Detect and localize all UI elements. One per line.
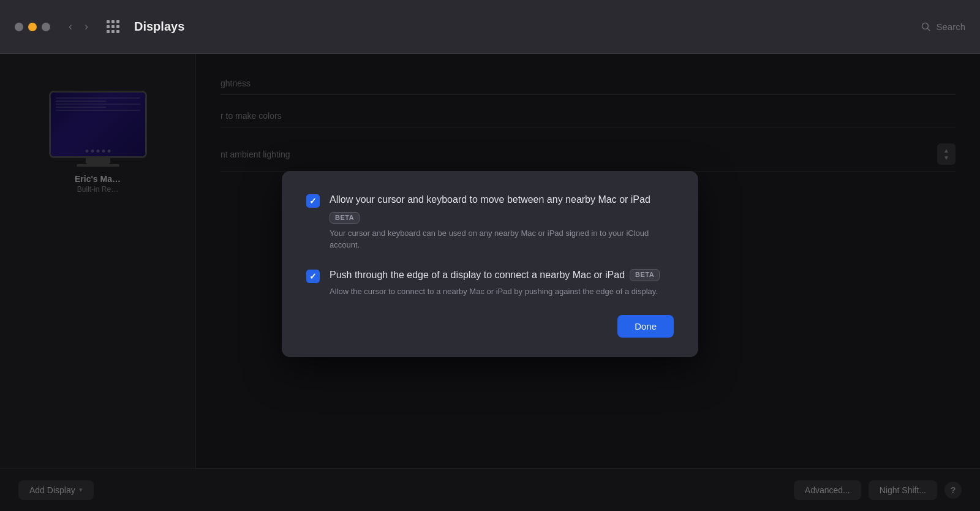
app-grid-icon[interactable] xyxy=(107,20,119,33)
forward-arrow[interactable]: › xyxy=(81,19,92,34)
back-arrow[interactable]: ‹ xyxy=(65,19,76,34)
checkbox-1[interactable]: ✓ xyxy=(306,194,320,208)
search-icon xyxy=(921,22,931,32)
modal-dialog: ✓ Allow your cursor and keyboard to move… xyxy=(282,171,698,357)
checkbox-checked-2[interactable]: ✓ xyxy=(306,270,320,283)
checkbox-2[interactable]: ✓ xyxy=(306,270,320,283)
close-button[interactable] xyxy=(15,23,23,31)
page-title: Displays xyxy=(134,20,184,34)
done-button[interactable]: Done xyxy=(617,315,674,338)
modal-overlay: ✓ Allow your cursor and keyboard to move… xyxy=(0,54,980,511)
titlebar: ‹ › Displays Search xyxy=(0,0,980,54)
modal-item-2-desc: Allow the cursor to connect to a nearby … xyxy=(330,286,674,298)
traffic-lights xyxy=(15,23,50,31)
modal-item-2-title: Push through the edge of a display to co… xyxy=(330,268,674,282)
main-content: Eric's Ma… Built-in Re… ghtness r to mak… xyxy=(0,54,980,511)
modal-item-2: ✓ Push through the edge of a display to … xyxy=(306,268,674,298)
modal-item-1-title: Allow your cursor and keyboard to move b… xyxy=(330,193,674,224)
modal-item-1: ✓ Allow your cursor and keyboard to move… xyxy=(306,193,674,251)
checkbox-checked-1[interactable]: ✓ xyxy=(306,194,320,208)
svg-line-1 xyxy=(928,28,930,31)
maximize-button[interactable] xyxy=(42,23,50,31)
beta-badge-1: BETA xyxy=(330,212,360,224)
modal-item-2-title-text: Push through the edge of a display to co… xyxy=(330,268,625,282)
search-label: Search xyxy=(936,21,965,32)
minimize-button[interactable] xyxy=(28,23,37,31)
modal-item-1-desc: Your cursor and keyboard can be used on … xyxy=(330,227,674,251)
modal-footer: Done xyxy=(306,315,674,338)
modal-item-1-title-text: Allow your cursor and keyboard to move b… xyxy=(330,193,650,206)
modal-item-2-content: Push through the edge of a display to co… xyxy=(330,268,674,298)
search-area[interactable]: Search xyxy=(921,21,965,32)
beta-badge-2: BETA xyxy=(630,269,660,281)
checkmark-1: ✓ xyxy=(309,197,317,205)
nav-arrows: ‹ › xyxy=(65,19,92,34)
checkmark-2: ✓ xyxy=(309,272,317,281)
modal-item-1-content: Allow your cursor and keyboard to move b… xyxy=(330,193,674,251)
